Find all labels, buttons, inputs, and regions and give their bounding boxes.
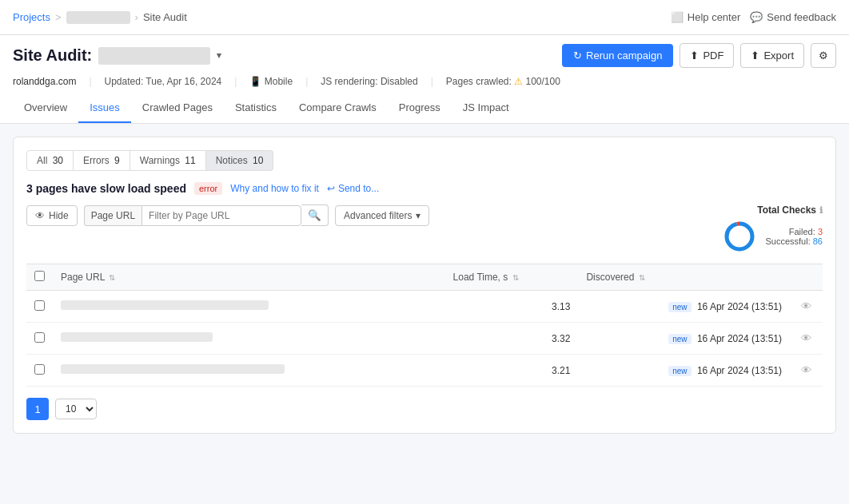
url-blurred (61, 332, 213, 342)
table-row: 3.21 new 16 Apr 2024 (13:51) 👁 (26, 355, 823, 387)
filter-tabs: All 30 Errors 9 Warnings 11 Notices 10 (26, 150, 823, 171)
tab-compare-crawls[interactable]: Compare Crawls (288, 93, 388, 123)
success-value: 86 (813, 236, 823, 246)
pdf-button[interactable]: ⬆ PDF (680, 43, 734, 68)
donut-row: Failed: 3 Successful: 86 (722, 219, 823, 254)
sort-icon-3: ⇅ (639, 273, 645, 282)
tab-js-impact[interactable]: JS Impact (452, 93, 520, 123)
search-button[interactable]: 🔍 (301, 204, 329, 226)
help-icon: ⬜ (671, 11, 684, 23)
export-button[interactable]: ⬆ Export (740, 43, 804, 68)
donut-labels: Failed: 3 Successful: 86 (765, 227, 823, 246)
row-discovered: new 16 Apr 2024 (13:51) (578, 323, 790, 355)
help-center-link[interactable]: ⬜ Help center (671, 11, 740, 23)
total-checks-label: Total Checks ℹ (722, 204, 823, 216)
filter-errors[interactable]: Errors 9 (74, 150, 130, 171)
tab-issues[interactable]: Issues (78, 93, 131, 123)
row-load-time: 3.32 (445, 323, 579, 355)
hide-button[interactable]: 👁 Hide (26, 205, 78, 226)
send-feedback-button[interactable]: 💬 Send feedback (750, 11, 836, 23)
row-discovered: new 16 Apr 2024 (13:51) (578, 355, 790, 387)
discovered-header[interactable]: Discovered ⇅ (578, 264, 790, 291)
data-table: Page URL ⇅ Load Time, s ⇅ Discovered ⇅ (26, 264, 823, 387)
view-button[interactable]: 👁 (798, 331, 815, 346)
feedback-icon: 💬 (750, 11, 763, 23)
campaign-name-blurred (66, 11, 130, 24)
js-rendering: JS rendering: Disabled (321, 76, 417, 87)
tab-crawled-pages[interactable]: Crawled Pages (131, 93, 224, 123)
site-audit-label: Site Audit: (13, 46, 92, 65)
select-all-checkbox[interactable] (34, 271, 45, 281)
table-row: 3.32 new 16 Apr 2024 (13:51) 👁 (26, 323, 823, 355)
url-filter-input[interactable] (142, 205, 301, 226)
row-url-cell (53, 323, 445, 355)
breadcrumb-sep-2: › (135, 11, 138, 23)
tab-statistics[interactable]: Statistics (224, 93, 288, 123)
per-page-select[interactable]: 10 25 50 (55, 399, 97, 419)
domain: rolanddga.com (13, 76, 76, 87)
url-blurred (61, 300, 269, 310)
filter-all[interactable]: All 30 (26, 150, 74, 171)
row-checkbox-cell (26, 323, 53, 355)
mobile-icon: 📱 (249, 76, 261, 87)
device-type: 📱 Mobile (249, 76, 293, 87)
site-audit-breadcrumb: Site Audit (143, 11, 187, 23)
site-name-blurred (98, 47, 210, 65)
issue-title: 3 pages have slow load speed (26, 182, 186, 195)
tab-progress[interactable]: Progress (388, 93, 452, 123)
info-icon[interactable]: ℹ (819, 205, 823, 216)
row-actions: 👁 (790, 355, 823, 387)
view-button[interactable]: 👁 (798, 363, 815, 378)
top-bar: Projects > › Site Audit ⬜ Help center 💬 … (0, 0, 849, 35)
header-actions: ↻ Rerun campaign ⬆ PDF ⬆ Export ⚙ (562, 43, 836, 68)
header-row: Site Audit: ▾ ↻ Rerun campaign ⬆ PDF ⬆ E… (13, 35, 836, 73)
view-button[interactable]: 👁 (798, 299, 815, 314)
page-1-button[interactable]: 1 (26, 398, 49, 420)
total-checks-box: Total Checks ℹ (722, 204, 823, 254)
row-checkbox-cell (26, 291, 53, 323)
svg-point-1 (727, 224, 752, 249)
pagination-row: 1 10 25 50 (26, 398, 823, 420)
controls-and-checks: 👁 Hide Page URL 🔍 Advanced filters ▾ (26, 204, 823, 254)
page-url-header[interactable]: Page URL ⇅ (53, 264, 445, 291)
row-checkbox[interactable] (34, 300, 45, 311)
filter-notices[interactable]: Notices 10 (206, 150, 274, 171)
issue-header: 3 pages have slow load speed error Why a… (26, 182, 823, 195)
success-label: Successful: 86 (765, 236, 823, 246)
failed-label: Failed: 3 (765, 227, 823, 236)
updated-date: Updated: Tue, Apr 16, 2024 (105, 76, 222, 87)
rerun-icon: ↻ (573, 50, 582, 62)
filter-warnings[interactable]: Warnings 11 (130, 150, 206, 171)
controls-left: 👁 Hide Page URL 🔍 Advanced filters ▾ (26, 204, 429, 226)
breadcrumb: Projects > › Site Audit (13, 11, 187, 24)
rerun-campaign-button[interactable]: ↻ Rerun campaign (562, 44, 673, 67)
top-bar-actions: ⬜ Help center 💬 Send feedback (671, 11, 836, 23)
advanced-filters-button[interactable]: Advanced filters ▾ (335, 205, 429, 226)
row-checkbox[interactable] (34, 332, 45, 343)
meta-row: rolanddga.com | Updated: Tue, Apr 16, 20… (13, 73, 836, 93)
row-actions: 👁 (790, 323, 823, 355)
row-url-cell (53, 355, 445, 387)
settings-button[interactable]: ⚙ (811, 43, 836, 68)
row-load-time: 3.21 (445, 355, 579, 387)
row-actions: 👁 (790, 291, 823, 323)
sort-icon: ⇅ (109, 273, 115, 282)
upload-icon: ⬆ (690, 50, 699, 62)
chevron-down-icon: ▾ (416, 210, 421, 221)
send-icon: ↩ (327, 183, 335, 194)
send-to-link[interactable]: ↩ Send to... (327, 183, 379, 194)
header-section: Site Audit: ▾ ↻ Rerun campaign ⬆ PDF ⬆ E… (0, 35, 849, 124)
url-filter-wrap: Page URL 🔍 (84, 204, 329, 226)
tab-overview[interactable]: Overview (13, 93, 78, 123)
url-blurred (61, 364, 285, 374)
row-url-cell (53, 291, 445, 323)
fix-link[interactable]: Why and how to fix it (230, 183, 319, 194)
row-checkbox[interactable] (34, 364, 45, 375)
search-icon: 🔍 (308, 209, 321, 221)
site-dropdown-arrow[interactable]: ▾ (217, 50, 221, 61)
error-badge: error (194, 182, 222, 195)
select-all-header (26, 264, 53, 291)
table-row: 3.13 new 16 Apr 2024 (13:51) 👁 (26, 291, 823, 323)
projects-link[interactable]: Projects (13, 11, 50, 23)
load-time-header[interactable]: Load Time, s ⇅ (445, 264, 579, 291)
